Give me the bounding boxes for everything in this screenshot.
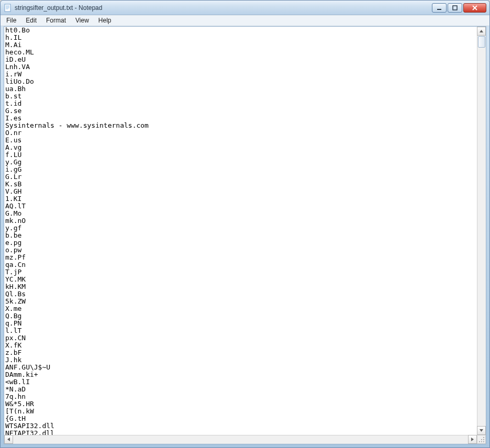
menu-file[interactable]: File: [2, 15, 21, 26]
svg-rect-6: [453, 6, 457, 10]
svg-marker-11: [7, 438, 10, 441]
notepad-icon: [4, 4, 12, 12]
svg-point-15: [481, 441, 482, 442]
scroll-left-arrow-icon[interactable]: [4, 435, 13, 444]
menu-edit[interactable]: Edit: [21, 15, 41, 26]
horizontal-scrollbar[interactable]: [4, 435, 486, 444]
minimize-button[interactable]: [432, 3, 447, 13]
menu-help[interactable]: Help: [94, 15, 116, 26]
resize-grip-icon[interactable]: [477, 435, 486, 444]
maximize-button[interactable]: [448, 3, 462, 13]
svg-point-17: [481, 439, 482, 440]
svg-point-14: [483, 439, 484, 440]
close-button[interactable]: [463, 3, 486, 13]
svg-marker-12: [471, 438, 474, 441]
svg-marker-10: [480, 429, 483, 432]
menubar: File Edit Format View Help: [1, 15, 489, 26]
svg-point-13: [483, 441, 484, 442]
svg-point-16: [483, 437, 484, 438]
scroll-up-arrow-icon[interactable]: [477, 27, 486, 36]
window-title: stringsifter_output.txt - Notepad: [15, 4, 432, 12]
scroll-right-arrow-icon[interactable]: [468, 435, 477, 444]
scroll-down-arrow-icon[interactable]: [477, 426, 486, 435]
editor-wrap: ht0.Bo h.IL M.Ai heco.ML iD.eU Lnh.VA i.…: [4, 27, 486, 435]
window-controls: [432, 3, 486, 13]
vertical-scrollbar[interactable]: [477, 27, 486, 435]
menu-format[interactable]: Format: [41, 15, 71, 26]
text-editor[interactable]: ht0.Bo h.IL M.Ai heco.ML iD.eU Lnh.VA i.…: [4, 27, 477, 435]
client-area: ht0.Bo h.IL M.Ai heco.ML iD.eU Lnh.VA i.…: [4, 26, 486, 444]
svg-rect-5: [437, 9, 441, 10]
svg-marker-9: [480, 30, 483, 32]
notepad-window: stringsifter_output.txt - Notepad File E…: [0, 0, 490, 448]
vertical-scroll-thumb[interactable]: [478, 36, 485, 48]
menu-view[interactable]: View: [71, 15, 94, 26]
titlebar[interactable]: stringsifter_output.txt - Notepad: [1, 1, 489, 15]
svg-point-18: [479, 441, 480, 442]
